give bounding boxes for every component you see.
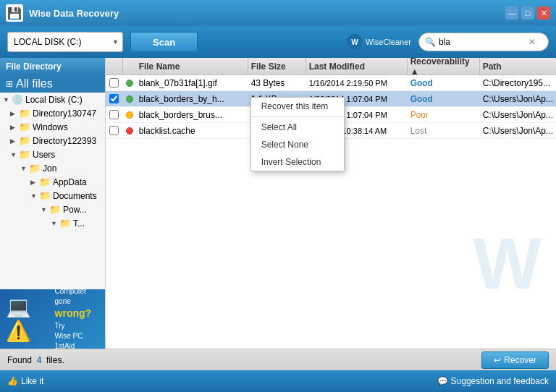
tree-label-documents: Documents	[53, 191, 97, 201]
tree-label-windows: Windows	[33, 122, 68, 132]
row-checkbox-4[interactable]	[106, 126, 123, 135]
feedback-label: Suggestion and feedback	[451, 376, 549, 386]
tree-arrow-t: ▼	[51, 220, 58, 227]
app-icon-glyph: 💾	[7, 7, 22, 20]
checkbox-2[interactable]	[109, 94, 119, 103]
folder-icon-windows: 📁	[19, 122, 30, 132]
col-modified-label: Last Modified	[309, 61, 365, 72]
search-input[interactable]	[439, 37, 526, 47]
checkbox-4[interactable]	[109, 126, 119, 135]
folder-icon-dir122393: 📁	[19, 135, 30, 146]
found-label: Found	[7, 355, 32, 365]
sidebar-item-windows[interactable]: ▶ 📁 Windows	[0, 120, 105, 134]
file-count: 4	[37, 355, 42, 365]
file-area: File Name File Size Last Modified Recove…	[106, 58, 556, 349]
tree-arrow-pow: ▼	[41, 206, 48, 213]
grid-icon: ⊞	[6, 79, 13, 89]
tree-arrow-appdata: ▶	[30, 179, 38, 186]
recover-icon: ↩	[494, 355, 501, 365]
col-size-label: File Size	[251, 61, 286, 72]
col-header-size[interactable]: File Size	[248, 58, 306, 74]
app-title: Wise Data Recovery	[29, 8, 505, 19]
col-header-modified[interactable]: Last Modified	[306, 58, 408, 74]
wisecleaner-label: WiseCleaner	[366, 38, 411, 46]
ctx-invert-selection[interactable]: Invert Selection	[251, 153, 344, 171]
sidebar-header: File Directory	[0, 58, 105, 75]
window-controls: — □ ✕	[505, 7, 550, 20]
col-header-name[interactable]: File Name	[136, 58, 248, 74]
tree-arrow-users: ▼	[10, 151, 17, 158]
ad-text: Computer gone wrong? Try Wise PC 1stAid	[55, 286, 99, 349]
close-button[interactable]: ✕	[537, 7, 550, 20]
folder-icon-pow: 📁	[49, 204, 61, 215]
ad-line4: Wise PC 1stAid	[55, 332, 83, 349]
ad-line2: wrong?	[55, 307, 92, 319]
ctx-select-none[interactable]: Select None	[251, 136, 344, 153]
maximize-button[interactable]: □	[521, 7, 534, 20]
like-icon: 👍	[7, 376, 18, 386]
sidebar-item-appdata[interactable]: ▶ 📁 AppData	[0, 175, 105, 189]
minimize-button[interactable]: —	[505, 7, 518, 20]
row-filename-3: black_borders_brus...	[136, 110, 248, 120]
folder-icon-documents: 📁	[39, 190, 51, 201]
row-size-1: 43 Bytes	[248, 78, 306, 88]
ad-banner[interactable]: 💻⚠️ Computer gone wrong? Try Wise PC 1st…	[0, 289, 105, 349]
tree-arrow-documents: ▼	[30, 192, 38, 200]
recover-button[interactable]: ↩ Recover	[481, 351, 549, 369]
col-name-label: File Name	[139, 61, 180, 72]
tree-label-localdisk: Local Disk (C:)	[25, 95, 83, 105]
row-checkbox-3[interactable]	[106, 110, 123, 119]
app-icon: 💾	[6, 4, 23, 22]
sidebar-item-dir122393[interactable]: ▶ 📁 Directory122393	[0, 134, 105, 148]
bottom-bar: 👍 Like it 💬 Suggestion and feedback	[0, 370, 556, 392]
row-recov-2: Good	[408, 94, 480, 104]
row-recov-3: Poor	[408, 110, 480, 120]
ctx-separator-1	[251, 116, 344, 117]
tree-label-jon: Jon	[43, 163, 56, 174]
col-header-recoverability[interactable]: Recoverability ▲	[408, 58, 480, 74]
sidebar-item-pow[interactable]: ▼ 📁 Pow...	[0, 203, 105, 216]
sidebar-item-documents[interactable]: ▼ 📁 Documents	[0, 189, 105, 203]
tree-label-appdata: AppData	[53, 177, 87, 187]
table-row[interactable]: blank_07b31fa[1].gif 43 Bytes 1/16/2014 …	[106, 75, 556, 91]
status-dot-red-4	[126, 127, 133, 135]
like-label: Like it	[21, 376, 43, 386]
sidebar-item-t[interactable]: ▼ 📁 T...	[0, 216, 105, 230]
checkbox-1[interactable]	[109, 78, 119, 88]
ctx-recover-item[interactable]: Recover this item	[251, 98, 344, 115]
col-header-path[interactable]: Path	[480, 58, 556, 74]
like-button[interactable]: 👍 Like it	[7, 376, 43, 386]
row-status-1	[123, 80, 136, 87]
ctx-select-all[interactable]: Select All	[251, 119, 344, 136]
wisecleaner-badge: W WiseCleaner	[347, 34, 411, 50]
watermark: W	[473, 222, 542, 305]
sidebar-item-dir130747[interactable]: ▶ 📁 Directory130747	[0, 106, 105, 120]
row-status-3	[123, 111, 136, 119]
tree-arrow-dir122393: ▶	[10, 137, 17, 145]
row-status-4	[123, 127, 136, 135]
row-checkbox-1[interactable]	[106, 78, 123, 88]
ad-icon: 💻⚠️	[6, 295, 51, 343]
ad-line3: Try	[55, 322, 65, 330]
checkbox-3[interactable]	[109, 110, 119, 119]
sidebar-item-localdisk[interactable]: ▼ 💿 Local Disk (C:)	[0, 93, 105, 106]
sidebar-item-jon[interactable]: ▼ 📁 Jon	[0, 161, 105, 175]
table-header: File Name File Size Last Modified Recove…	[106, 58, 556, 75]
row-filename-4: blacklist.cache	[136, 126, 248, 136]
scan-button[interactable]: Scan	[130, 32, 198, 52]
context-menu: Recover this item Select All Select None…	[250, 97, 345, 171]
tree-arrow-dir130747: ▶	[10, 110, 17, 117]
feedback-button[interactable]: 💬 Suggestion and feedback	[437, 376, 549, 386]
all-files-item[interactable]: ⊞ All files	[0, 75, 105, 93]
sidebar: File Directory ⊞ All files ▼ 💿 Local Dis…	[0, 58, 106, 349]
sidebar-item-users[interactable]: ▼ 📁 Users	[0, 148, 105, 161]
folder-icon-jon: 📁	[29, 163, 41, 174]
row-checkbox-2[interactable]	[106, 94, 123, 103]
search-bar: 🔍 ✕	[418, 33, 549, 51]
search-clear-icon[interactable]: ✕	[528, 37, 536, 47]
drive-select[interactable]: LOCAL DISK (C:)	[7, 32, 123, 52]
col-header-check	[106, 58, 123, 74]
row-recov-1: Good	[408, 78, 480, 88]
row-modified-1: 1/16/2014 2:19:50 PM	[306, 79, 408, 88]
row-filename-2: black_borders_by_h...	[136, 94, 248, 104]
